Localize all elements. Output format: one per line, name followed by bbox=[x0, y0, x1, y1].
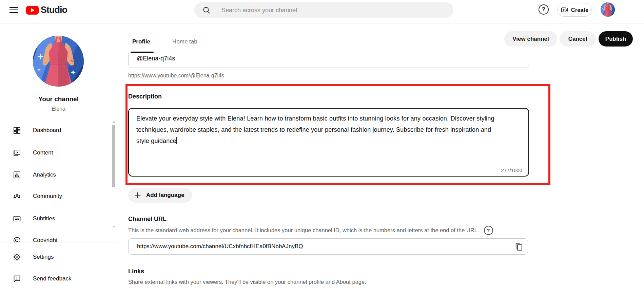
feedback-icon bbox=[13, 275, 21, 283]
search-icon bbox=[202, 6, 211, 14]
profile-form: @Elena-q7i4s https://www.youtube.com/@El… bbox=[117, 53, 644, 293]
create-button[interactable]: Create bbox=[557, 3, 592, 17]
active-tab-underline bbox=[131, 52, 154, 53]
sidebar-item-send-feedback[interactable]: Send feedback bbox=[0, 270, 117, 287]
handle-input[interactable] bbox=[128, 53, 529, 68]
sidebar-item-label: Copyright bbox=[33, 237, 58, 242]
hamburger-menu-icon[interactable] bbox=[9, 7, 18, 13]
sidebar-item-analytics[interactable]: Analytics bbox=[0, 166, 117, 183]
help-icon[interactable]: ? bbox=[539, 4, 549, 15]
channel-name: Elena bbox=[0, 106, 117, 112]
channel-url-value: https://www.youtube.com/channel/UCxbfnhc… bbox=[137, 243, 303, 250]
channel-url-help-row: This is the standard web address for you… bbox=[128, 226, 493, 235]
description-label: Description bbox=[128, 93, 162, 100]
content-icon bbox=[13, 149, 21, 157]
description-textarea[interactable]: Elevate your everyday style with Elena! … bbox=[128, 108, 529, 177]
youtube-play-icon bbox=[26, 6, 39, 15]
copy-icon[interactable] bbox=[514, 242, 524, 252]
sidebar-item-label: Analytics bbox=[33, 171, 56, 178]
search-input[interactable]: Search across your channel bbox=[194, 2, 453, 18]
sidebar-item-label: Dashboard bbox=[33, 127, 61, 134]
text-caret bbox=[176, 137, 177, 144]
channel-url-label: Channel URL bbox=[128, 216, 167, 223]
publish-button[interactable]: Publish bbox=[599, 31, 633, 47]
tab-home-tab[interactable]: Home tab bbox=[172, 38, 197, 45]
dashboard-icon bbox=[13, 126, 21, 134]
top-bar: Studio Search across your channel ? Crea… bbox=[0, 0, 644, 23]
cancel-button[interactable]: Cancel bbox=[560, 31, 596, 47]
create-label: Create bbox=[571, 7, 588, 13]
channel-avatar bbox=[33, 36, 84, 87]
sidebar-item-label: Settings bbox=[33, 254, 54, 260]
add-language-label: Add language bbox=[146, 192, 184, 199]
links-label: Links bbox=[128, 268, 144, 275]
help-icon[interactable]: ? bbox=[484, 226, 493, 235]
sidebar-item-settings[interactable]: Settings bbox=[0, 249, 117, 265]
analytics-icon bbox=[13, 171, 21, 179]
sidebar-item-copyright[interactable]: Copyright bbox=[0, 232, 117, 242]
sidebar-item-label: Send feedback bbox=[33, 275, 71, 282]
copyright-icon bbox=[13, 236, 21, 242]
subtitles-icon bbox=[13, 215, 21, 223]
youtube-studio-app: Studio Search across your channel ? Crea… bbox=[0, 0, 644, 293]
sidebar-item-subtitles[interactable]: Subtitles bbox=[0, 210, 117, 227]
handle-url-text: https://www.youtube.com/@Elena-q7i4s bbox=[128, 73, 224, 79]
add-language-button[interactable]: Add language bbox=[128, 188, 192, 203]
search-placeholder: Search across your channel bbox=[221, 7, 297, 14]
sidebar-item-label: Content bbox=[33, 149, 53, 156]
sidebar-nav: Dashboard Content Analytics bbox=[0, 120, 117, 242]
character-count: 277/1000 bbox=[501, 167, 522, 173]
gear-icon bbox=[13, 253, 21, 261]
account-avatar[interactable] bbox=[601, 2, 615, 17]
scroll-up-icon[interactable] bbox=[112, 121, 116, 123]
sidebar-item-label: Subtitles bbox=[33, 215, 55, 222]
scroll-down-icon[interactable] bbox=[112, 226, 116, 228]
sidebar: Your channel Elena Dashboard Content bbox=[0, 23, 117, 293]
channel-url-input[interactable]: https://www.youtube.com/channel/UCxbfnhc… bbox=[128, 238, 528, 255]
sidebar-item-community[interactable]: Community bbox=[0, 188, 117, 205]
description-text: Elevate your everyday style with Elena! … bbox=[136, 113, 504, 147]
channel-url-help-text: This is the standard web address for you… bbox=[128, 227, 479, 234]
plus-icon bbox=[134, 191, 142, 199]
community-icon bbox=[13, 192, 21, 200]
your-channel-label: Your channel bbox=[0, 95, 117, 103]
sidebar-scrollbar[interactable] bbox=[112, 125, 115, 187]
create-video-icon bbox=[561, 6, 569, 14]
studio-wordmark: Studio bbox=[41, 5, 67, 15]
sidebar-item-dashboard[interactable]: Dashboard bbox=[0, 122, 117, 139]
tab-profile[interactable]: Profile bbox=[132, 38, 150, 45]
handle-value: @Elena-q7i4s bbox=[137, 55, 175, 62]
youtube-studio-logo[interactable]: Studio bbox=[26, 5, 67, 15]
sidebar-divider bbox=[0, 242, 117, 242]
sidebar-item-content[interactable]: Content bbox=[0, 144, 117, 161]
sidebar-item-label: Community bbox=[33, 193, 62, 200]
view-channel-button[interactable]: View channel bbox=[504, 31, 557, 47]
customization-tab-bar: Profile Home tab View channel Cancel Pub… bbox=[117, 23, 644, 53]
links-help-text: Share external links with your viewers. … bbox=[128, 279, 366, 285]
